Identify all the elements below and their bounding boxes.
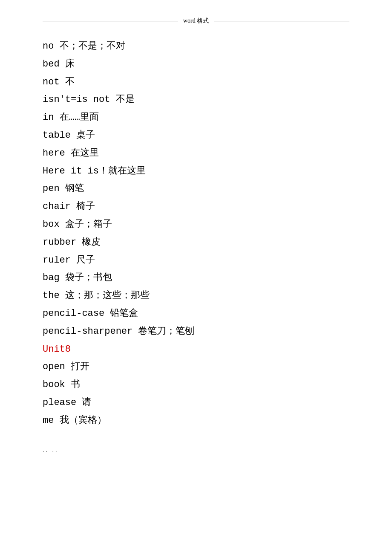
page-container: word 格式 no 不；不是；不对bed 床not 不isn't=is not… [0, 0, 392, 555]
list-item: please 请 [43, 394, 349, 412]
list-item: not 不 [43, 73, 349, 91]
list-item: ruler 尺子 [43, 251, 349, 269]
list-item: table 桌子 [43, 127, 349, 145]
list-item: chair 椅子 [43, 198, 349, 216]
list-item: bag 袋子；书包 [43, 269, 349, 287]
list-item: no 不；不是；不对 [43, 38, 349, 55]
list-item: book 书 [43, 376, 349, 394]
list-item: bed 床 [43, 55, 349, 73]
list-item: rubber 橡皮 [43, 234, 349, 251]
list-item: in 在……里面 [43, 109, 349, 127]
list-item: here 在这里 [43, 145, 349, 162]
vocab-list: no 不；不是；不对bed 床not 不isn't=is not 不是in 在…… [43, 38, 349, 430]
list-item: pen 钢笔 [43, 180, 349, 198]
list-item: box 盒子；箱子 [43, 216, 349, 234]
header-title: word 格式 [178, 17, 214, 25]
list-item: Unit8 [43, 341, 349, 358]
list-item: the 这；那；这些；那些 [43, 287, 349, 305]
footer-dots: .. .. [43, 447, 349, 454]
list-item: pencil-case 铅笔盒 [43, 305, 349, 323]
list-item: open 打开 [43, 358, 349, 376]
list-item: pencil-sharpener 卷笔刀；笔刨 [43, 323, 349, 341]
list-item: isn't=is not 不是 [43, 91, 349, 109]
list-item: Here it is！就在这里 [43, 162, 349, 180]
list-item: me 我（宾格） [43, 412, 349, 430]
header-line: word 格式 [43, 17, 349, 25]
